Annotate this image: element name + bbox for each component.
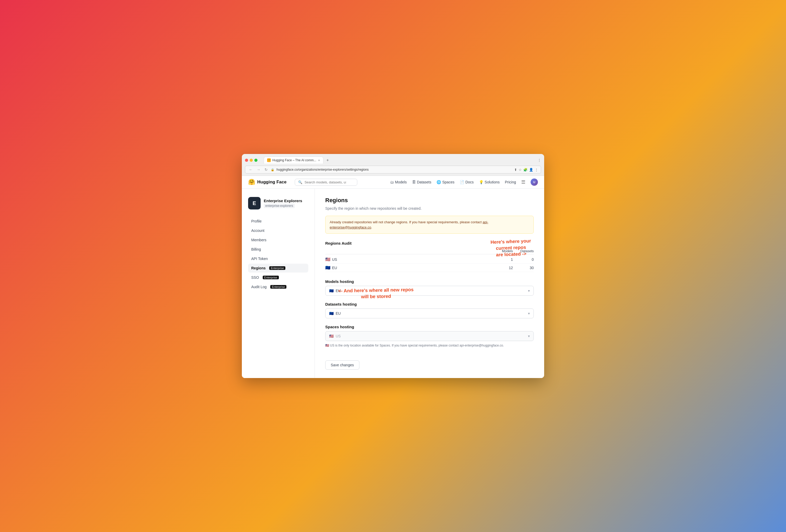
models-hosting-value: 🇪🇺 EU [329,289,341,293]
save-changes-button[interactable]: Save changes [325,360,360,370]
eu-flag-icon: 🇪🇺 [325,265,330,270]
org-name: Enterprise Explorers [264,199,302,203]
spaces-note-prefix: 🇺🇸 US is the only location available for… [325,344,459,347]
org-initial: E [253,200,256,206]
tab-title: Hugging Face – The AI comm... [272,158,316,162]
sidebar-item-sso[interactable]: SSO Enterprise [248,273,308,282]
forward-button[interactable]: → [256,167,261,172]
nav-label-pricing: Pricing [505,180,516,184]
audit-row-eu: 🇪🇺 EU 12 30 [325,264,534,272]
audit-header-row: Models Datasets [325,249,534,254]
eu-models-count: 12 [492,266,513,270]
nav-link-docs[interactable]: 📄 Docs [460,180,474,184]
sidebar-nav: Profile Account Members Billing API Toke… [248,217,308,291]
url-text[interactable]: huggingface.co/organizations/enterprise-… [277,168,512,171]
search-bar[interactable]: 🔍 [295,179,357,186]
audit-log-badge: Enterprise [270,285,286,289]
spaces-hosting-section: Spaces hosting 🇺🇸 US ▾ 🇺🇸 US is the only… [325,325,534,348]
regions-audit-section: Regions Audit Models Datasets 🇺🇸 US 1 [325,241,534,272]
models-hosting-section: Models hosting 🇪🇺 EU ▾ <- And here's whe… [325,279,534,296]
sidebar-item-billing[interactable]: Billing [248,245,308,254]
models-region-value: EU [336,289,341,293]
nav-link-datasets[interactable]: 🗄 Datasets [412,180,431,184]
datasets-region-value: EU [336,311,341,316]
profile-icon[interactable]: 👤 [529,168,533,172]
nav-link-spaces[interactable]: 🌐 Spaces [437,180,455,184]
notice-box: Already created repositories will not ch… [325,216,534,234]
audit-col-models-header: Models [492,249,513,253]
nav-link-models[interactable]: 🗂 Models [390,180,407,184]
more-icon[interactable]: ⋮ [535,168,538,172]
spaces-region-value: US [336,334,341,338]
sidebar-label-account: Account [251,229,264,233]
spaces-icon: 🌐 [437,180,441,184]
spaces-note-end: . [503,344,504,347]
sidebar-item-account[interactable]: Account [248,226,308,235]
models-icon: 🗂 [390,180,394,184]
us-models-count: 1 [492,257,513,261]
address-bar: ← → ↻ 🔒 huggingface.co/organizations/ent… [245,166,541,174]
sidebar-item-members[interactable]: Members [248,235,308,245]
tab-favicon: 🤗 [267,158,271,162]
browser-controls: 🤗 Hugging Face – The AI comm... ✕ + ⋮ [245,157,541,164]
nav-links: 🗂 Models 🗄 Datasets 🌐 Spaces 📄 Docs 💡 [390,179,538,186]
sidebar-item-audit-log[interactable]: Audit Log Enterprise [248,282,308,291]
regions-audit-title: Regions Audit [325,241,534,246]
page-subtitle: Specify the region in which new reposito… [325,206,534,210]
share-icon[interactable]: ⬆ [514,168,517,172]
sso-badge: Enterprise [263,276,279,279]
sidebar-label-members: Members [251,238,267,242]
main-layout: E Enterprise Explorers enterprise-explor… [242,189,544,378]
user-avatar[interactable]: U [531,179,538,186]
bookmark-icon[interactable]: ☆ [518,168,522,172]
models-hosting-select[interactable]: 🇪🇺 EU ▾ [325,286,534,296]
browser-menu-button[interactable]: ⋮ [538,158,541,162]
tab-bar: 🤗 Hugging Face – The AI comm... ✕ + [264,157,331,164]
spaces-note: 🇺🇸 US is the only location available for… [325,343,534,348]
nav-link-pricing[interactable]: Pricing [505,180,516,184]
org-handle: enterprise-explorers [264,204,295,208]
nav-menu-icon[interactable]: ☰ [521,179,525,185]
lock-icon: 🔒 [271,168,274,171]
datasets-flag-icon: 🇪🇺 [329,311,333,316]
sidebar: E Enterprise Explorers enterprise-explor… [242,189,315,378]
sidebar-item-profile[interactable]: Profile [248,217,308,226]
search-input[interactable] [304,180,346,184]
spaces-chevron-icon: ▾ [528,334,530,338]
maximize-window-button[interactable] [254,159,257,162]
logo-area[interactable]: 🤗 Hugging Face [248,179,286,185]
org-avatar: E [248,197,261,209]
browser-window: 🤗 Hugging Face – The AI comm... ✕ + ⋮ ← … [242,154,544,378]
new-tab-button[interactable]: + [324,157,331,164]
datasets-hosting-select[interactable]: 🇪🇺 EU ▾ [325,308,534,318]
nav-label-spaces: Spaces [442,180,455,184]
eu-region-label: EU [332,266,337,270]
datasets-hosting-label: Datasets hosting [325,302,534,306]
minimize-window-button[interactable] [250,159,253,162]
nav-label-models: Models [395,180,407,184]
sidebar-item-api-token[interactable]: API Token [248,254,308,263]
spaces-flag-icon: 🇺🇸 [329,334,333,338]
sidebar-label-audit-log: Audit Log [251,285,267,289]
us-datasets-count: 0 [513,257,534,261]
refresh-button[interactable]: ↻ [263,167,269,172]
audit-table: Models Datasets 🇺🇸 US 1 0 [325,249,534,272]
browser-action-icons: ⬆ ☆ 🧩 👤 ⋮ [514,168,538,172]
logo-emoji: 🤗 [248,179,255,185]
solutions-icon: 💡 [479,180,483,184]
close-window-button[interactable] [245,159,248,162]
us-flag-icon: 🇺🇸 [325,257,330,262]
chevron-down-icon: ▾ [528,289,530,293]
active-tab[interactable]: 🤗 Hugging Face – The AI comm... ✕ [264,157,323,164]
content-area: Regions Specify the region in which new … [315,189,544,378]
us-region-label: US [332,257,337,261]
audit-col-datasets-header: Datasets [513,249,534,253]
extensions-icon[interactable]: 🧩 [523,168,528,172]
search-icon: 🔍 [298,180,302,184]
nav-link-solutions[interactable]: 💡 Solutions [479,180,500,184]
back-button[interactable]: ← [248,167,254,172]
sidebar-label-profile: Profile [251,219,262,223]
tab-close-button[interactable]: ✕ [318,159,320,162]
spaces-note-link[interactable]: api-enterprise@huggingface.co [459,344,503,347]
sidebar-item-regions[interactable]: Regions Enterprise [248,264,308,273]
